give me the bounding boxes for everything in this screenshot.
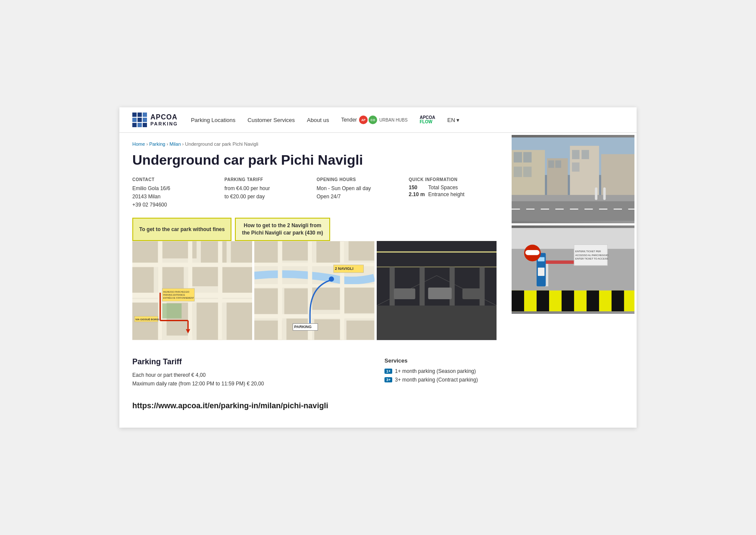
main-nav: Parking Locations Customer Services Abou… xyxy=(191,116,624,124)
svg-rect-31 xyxy=(254,241,278,263)
svg-rect-58 xyxy=(377,306,497,340)
svg-rect-12 xyxy=(227,301,253,340)
svg-rect-36 xyxy=(284,288,308,316)
tender-icons: AP CO xyxy=(359,116,377,124)
svg-rect-85 xyxy=(512,195,634,201)
breadcrumb-current: Underground car park Pichi Navigli xyxy=(185,141,258,147)
svg-text:2 NAVIGLI: 2 NAVIGLI xyxy=(335,266,353,271)
height-label: Entrance height xyxy=(428,191,497,197)
parking-interior-photo xyxy=(377,241,497,340)
tender-icon-green: CO xyxy=(369,116,377,124)
map-svg-area: INGRESSO PARCHEGGIO PARKING ENTRANCE ENT… xyxy=(132,241,252,340)
svg-rect-32 xyxy=(282,241,312,261)
tariff-line2: Maximum daily rate (from 12:00 PM to 11:… xyxy=(132,379,372,388)
map-button-fines[interactable]: To get to the car park without fines xyxy=(132,218,231,241)
hours-section: OPENING HOURS Mon - Sun Open all day Ope… xyxy=(317,177,405,210)
nav-about-us[interactable]: About us xyxy=(307,117,329,123)
tender-badge[interactable]: Tender AP CO URBAN HUBS xyxy=(341,116,407,124)
tender-icon-red: AP xyxy=(359,116,368,124)
svg-rect-100 xyxy=(538,268,544,276)
svg-text:INGRESSO PARCHEGGIO: INGRESSO PARCHEGGIO xyxy=(163,291,190,293)
svg-rect-62 xyxy=(419,267,425,305)
street-photo xyxy=(512,135,634,223)
logo-grid-icon xyxy=(132,113,147,127)
nav-customer-services[interactable]: Customer Services xyxy=(247,117,295,123)
tariff-details: from €4.00 per hour to €20.00 per day xyxy=(225,185,312,201)
svg-rect-95 xyxy=(612,291,624,311)
svg-rect-87 xyxy=(603,188,606,200)
logo[interactable]: APCOA PARKING xyxy=(132,113,178,127)
language-selector[interactable]: EN ▾ xyxy=(447,117,459,123)
hours-details: Mon - Sun Open all day Open 24/7 xyxy=(317,185,405,201)
tariff-left: Parking Tariff Each hour or part thereof… xyxy=(132,357,372,388)
chevron-down-icon: ▾ xyxy=(456,117,459,123)
svg-text:ACCESSO AL PARCHEGGIO: ACCESSO AL PARCHEGGIO xyxy=(575,254,609,257)
breadcrumb-home[interactable]: Home xyxy=(132,141,145,147)
service-item-1: 1+ 1+ month parking (Season parking) xyxy=(384,368,624,374)
apcoa-flow-badge[interactable]: APCOA FLOW xyxy=(420,116,435,124)
svg-point-50 xyxy=(329,276,334,282)
quick-info-section: QUICK INFORMATION 150 Total Spaces 2.10 … xyxy=(409,177,497,210)
breadcrumb-parking[interactable]: Parking xyxy=(149,141,165,147)
content-grid: Home › Parking › Milan › Underground car… xyxy=(119,133,637,349)
spaces-label: Total Spaces xyxy=(428,185,497,191)
tariff-title: Parking Tariff xyxy=(132,357,372,366)
tariff-info-section: PARKING TARIFF from €4.00 per hour to €2… xyxy=(225,177,312,210)
svg-rect-7 xyxy=(188,265,218,286)
services-title: Services xyxy=(384,357,624,364)
svg-text:ENTRÉE DE STATIONNEMENT: ENTRÉE DE STATIONNEMENT xyxy=(163,297,194,299)
hours-label: OPENING HOURS xyxy=(317,177,405,182)
breadcrumb: Home › Parking › Milan › Underground car… xyxy=(132,141,497,147)
svg-rect-76 xyxy=(548,160,554,168)
svg-text:ENTER/L'TICKET PER: ENTER/L'TICKET PER xyxy=(575,250,601,253)
breadcrumb-milan[interactable]: Milan xyxy=(169,141,181,147)
nav-parking-locations[interactable]: Parking Locations xyxy=(191,117,235,123)
svg-rect-38 xyxy=(344,288,375,313)
street-map[interactable]: INGRESSO PARCHEGGIO PARKING ENTRANCE ENT… xyxy=(132,241,252,340)
svg-rect-94 xyxy=(587,291,599,311)
svg-rect-65 xyxy=(394,288,415,299)
svg-rect-8 xyxy=(222,267,253,293)
entrance-gate-photo: ENTER/L'TICKET PER ACCESSO AL PARCHEGGIO… xyxy=(512,225,634,314)
svg-rect-72 xyxy=(523,152,531,163)
tariff-section: Parking Tariff Each hour or part thereof… xyxy=(119,349,637,397)
service-text-2: 3+ month parking (Contract parking) xyxy=(395,377,478,383)
right-panel: ENTER/L'TICKET PER ACCESSO AL PARCHEGGIO… xyxy=(509,133,637,349)
svg-rect-74 xyxy=(523,167,531,177)
svg-rect-4 xyxy=(231,241,253,263)
svg-rect-44 xyxy=(254,284,374,288)
svg-rect-42 xyxy=(347,320,375,340)
map-button-navigli[interactable]: How to get to the 2 Navigli from the Pic… xyxy=(235,218,330,241)
svg-rect-41 xyxy=(314,319,342,340)
svg-rect-35 xyxy=(254,288,280,314)
spaces-count: 150 xyxy=(409,185,425,191)
svg-rect-3 xyxy=(201,241,227,263)
site-header: APCOA PARKING Parking Locations Customer… xyxy=(119,107,637,133)
tariff-label: PARKING TARIFF xyxy=(225,177,312,182)
svg-rect-66 xyxy=(428,288,452,299)
svg-rect-91 xyxy=(512,291,524,311)
svg-rect-1 xyxy=(132,241,158,263)
main-content: Home › Parking › Milan › Underground car… xyxy=(119,133,637,414)
page-title: Underground car park Pichi Navigli xyxy=(132,152,497,168)
svg-rect-79 xyxy=(572,150,579,159)
svg-rect-80 xyxy=(581,150,589,159)
svg-rect-93 xyxy=(562,291,574,311)
svg-rect-71 xyxy=(514,152,522,163)
svg-rect-45 xyxy=(254,314,374,319)
svg-rect-83 xyxy=(512,200,634,221)
maps-images: INGRESSO PARCHEGGIO PARKING ENTRANCE ENT… xyxy=(132,241,497,340)
svg-rect-86 xyxy=(595,188,597,200)
service-item-2: 3+ 3+ month parking (Contract parking) xyxy=(384,377,624,383)
tender-label: Tender xyxy=(341,117,357,123)
info-grid: CONTACT Emilio Gola 16/6 20143 Milan +39… xyxy=(132,177,497,210)
svg-rect-5 xyxy=(132,267,154,297)
svg-rect-17 xyxy=(158,241,162,340)
navigation-map[interactable]: 2 NAVIGLI PARKING xyxy=(254,241,374,340)
svg-rect-92 xyxy=(537,291,549,311)
svg-rect-46 xyxy=(278,241,282,340)
tariff-line1: Each hour or part thereof € 4,00 xyxy=(132,371,372,379)
services-right: Services 1+ 1+ month parking (Season par… xyxy=(384,357,624,388)
contact-label: CONTACT xyxy=(132,177,220,182)
svg-rect-106 xyxy=(525,250,540,255)
